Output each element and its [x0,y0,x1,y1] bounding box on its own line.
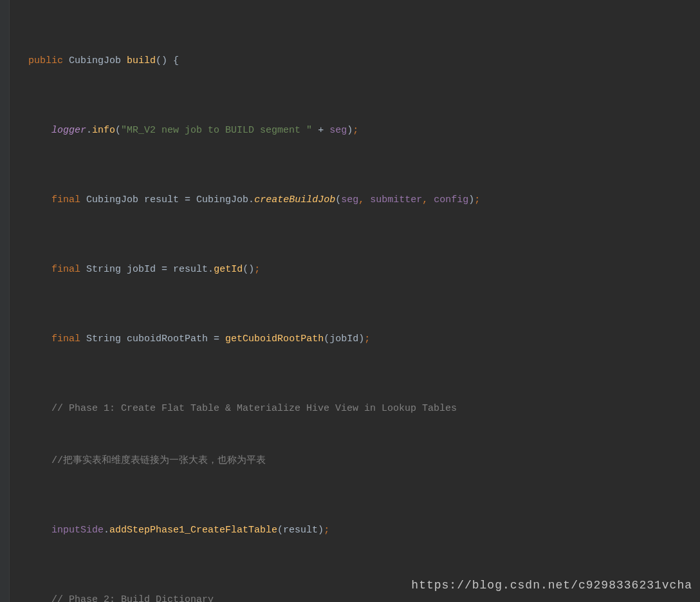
editor-gutter [0,0,10,602]
method-getcuboidrootpath: getCuboidRootPath [225,334,324,344]
method-build: build [127,55,156,66]
keyword-final: final [51,264,80,275]
brace: { [167,55,179,66]
op-eq: = [179,194,196,205]
ref-logger: logger [51,125,86,136]
code-line[interactable]: logger.info("MR_V2 new job to BUILD segm… [28,122,700,139]
var-jobid: jobId [127,264,156,275]
type-cubingjob: CubingJob [69,55,121,66]
paren-close: ) [358,334,364,344]
paren-open: ( [115,125,121,136]
paren: () [243,264,254,275]
type-cubingjob: CubingJob [86,194,138,205]
paren-open: ( [277,525,283,536]
op-plus: + [312,125,329,136]
watermark-url: https://blog.csdn.net/c9298336231vcha [411,577,692,594]
keyword-final: final [51,334,80,344]
string-literal: "MR_V2 new job to BUILD segment " [121,125,312,136]
paren: () [156,55,167,66]
var-cuboidrootpath: cuboidRootPath [127,334,208,344]
code-line[interactable]: final String cuboidRootPath = getCuboidR… [28,330,700,348]
type-string: String [86,264,121,275]
arg-submitter: submitter [370,194,422,205]
type-cubingjob: CubingJob [196,194,248,205]
ref-result: result [173,264,208,275]
arg-config: config [434,194,468,205]
arg-result: result [283,525,318,536]
arg-seg: seg [341,194,358,205]
op-eq: = [208,334,225,344]
method-info: info [92,125,115,136]
code-line[interactable]: final CubingJob result = CubingJob.creat… [28,191,700,209]
type-string: String [86,334,121,344]
dot: . [104,525,109,536]
dot: . [248,194,254,205]
method-getid: getId [214,264,243,275]
semi: ; [254,264,260,275]
semi: ; [353,125,358,136]
method-createbuildjob: createBuildJob [254,194,335,205]
arg-jobid: jobId [329,334,358,344]
method-addstepphase1: addStepPhase1_CreateFlatTable [109,525,277,536]
dot: . [208,264,214,275]
code-line[interactable]: public CubingJob build() { [28,52,700,70]
var-result: result [144,194,179,205]
ref-seg: seg [329,125,347,136]
keyword-public: public [28,55,63,66]
comma: , [422,194,434,205]
code-line[interactable]: inputSide.addStepPhase1_CreateFlatTable(… [28,522,700,539]
dot: . [86,125,92,136]
semi: ; [364,334,370,344]
comment-cn-flat-table: //把事实表和维度表链接为一张大表，也称为平表 [28,452,700,469]
code-line[interactable]: final String jobId = result.getId(); [28,261,700,278]
paren-close: ) [347,125,353,136]
paren-open: ( [335,194,341,205]
comma: , [358,194,370,205]
semi: ; [324,525,329,536]
paren-close: ) [468,194,474,205]
op-eq: = [156,264,173,275]
keyword-final: final [51,194,80,205]
paren-open: ( [324,334,329,344]
paren-close: ) [318,525,324,536]
ref-inputside: inputSide [51,525,104,536]
comment-phase1: // Phase 1: Create Flat Table & Material… [28,400,700,417]
semi: ; [474,194,480,205]
code-editor[interactable]: public CubingJob build() { logger.info("… [0,0,700,602]
